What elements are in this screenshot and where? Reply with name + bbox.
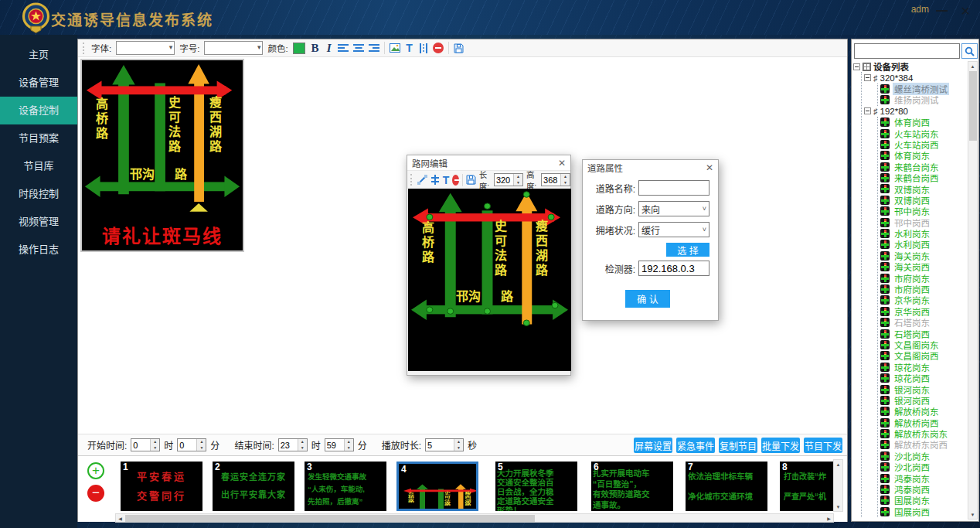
device-item[interactable]: 石塔岗西: [878, 328, 968, 339]
collapse-icon[interactable]: [864, 74, 871, 81]
tree-scrollbar[interactable]: ▲ ▼: [968, 61, 978, 519]
duration-spinner[interactable]: ▲▼: [425, 438, 464, 451]
device-item[interactable]: 文昌阁岗东: [878, 339, 968, 350]
device-item[interactable]: 鸿泰岗东: [878, 472, 968, 483]
road-editor-canvas[interactable]: 高桥路 史可法路 瘦西湖路 邗沟 路: [408, 189, 571, 371]
scroll-up-icon[interactable]: ▲: [834, 460, 842, 468]
sidebar-item-home[interactable]: 主页: [0, 41, 77, 69]
spin-up-icon[interactable]: ▲: [197, 439, 206, 445]
batch-send-button[interactable]: 批量下发: [761, 438, 800, 453]
congestion-select[interactable]: 缓行 ˅: [638, 222, 709, 237]
scroll-up-icon[interactable]: ▲: [968, 62, 977, 70]
scroll-right-icon[interactable]: ▶: [825, 514, 833, 522]
select-detector-button[interactable]: 选 择: [666, 243, 709, 257]
device-item[interactable]: 体育岗西: [878, 117, 968, 128]
start-minute-input[interactable]: [178, 439, 196, 451]
device-item[interactable]: 京华岗西: [878, 306, 968, 317]
copy-program-button[interactable]: 复制节目: [719, 438, 757, 453]
device-group[interactable]: ♯192*80: [862, 106, 968, 117]
device-item[interactable]: 沙北岗西: [878, 462, 968, 472]
align-left-icon[interactable]: [338, 43, 349, 53]
device-item[interactable]: 海关岗东: [878, 250, 968, 261]
sidebar-item-program-library[interactable]: 节目库: [0, 152, 77, 180]
road-name-input[interactable]: [638, 180, 709, 196]
playlist-item[interactable]: 7 依法治理非标车辆 净化城市交通环境: [686, 462, 767, 511]
italic-button[interactable]: I: [325, 42, 333, 55]
road-tool-icon[interactable]: [419, 43, 428, 53]
spin-down-icon[interactable]: ▼: [298, 445, 307, 451]
height-spinner[interactable]: ▲▼: [541, 173, 570, 186]
scrollbar-thumb[interactable]: [125, 515, 535, 522]
sign-preview-canvas[interactable]: 高桥路 史可法路 瘦西湖路 邗沟 路 请礼让斑马线: [80, 59, 244, 252]
logged-in-user[interactable]: adm: [911, 4, 929, 15]
sidebar-item-device-management[interactable]: 设备管理: [0, 69, 77, 97]
device-item[interactable]: 市府岗东: [878, 272, 968, 283]
device-item[interactable]: 沙北岗东: [878, 451, 968, 462]
align-right-icon[interactable]: [369, 43, 379, 53]
playlist-item[interactable]: 6 扎实开展电动车 “百日整治”， 有效预防道路交 通事故。: [591, 462, 673, 511]
device-item[interactable]: 国展岗西: [878, 506, 968, 517]
device-item[interactable]: 银河岗东: [878, 383, 968, 394]
device-item[interactable]: 来鹤台岗东: [878, 162, 968, 172]
minimize-icon[interactable]: [936, 10, 948, 12]
device-item[interactable]: 鸿泰岗西: [878, 484, 968, 495]
spin-down-icon[interactable]: ▼: [345, 445, 353, 451]
delete-tool-icon[interactable]: [452, 175, 459, 186]
sidebar-item-time-control[interactable]: 时段控制: [0, 180, 77, 208]
device-item[interactable]: 解放桥岗东: [878, 406, 968, 417]
text-tool-icon[interactable]: T: [443, 174, 450, 186]
collapse-icon[interactable]: [853, 63, 860, 70]
scroll-left-icon[interactable]: ◀: [116, 514, 124, 522]
program-send-button[interactable]: 节目下发: [804, 438, 842, 453]
road-tool-icon[interactable]: [430, 175, 440, 185]
font-size-select[interactable]: ▾: [204, 41, 263, 55]
device-item[interactable]: 水利岗东: [878, 228, 968, 239]
sidebar-item-video-management[interactable]: 视频管理: [0, 208, 77, 236]
spin-down-icon[interactable]: ▼: [197, 445, 206, 451]
device-item[interactable]: 维扬岗测试: [878, 94, 968, 105]
close-icon[interactable]: ✕: [706, 162, 713, 173]
device-item[interactable]: 京华岗东: [878, 295, 968, 305]
device-item[interactable]: 解放桥东岗西: [878, 439, 968, 450]
remove-program-button[interactable]: −: [87, 485, 104, 502]
device-search-input[interactable]: [854, 43, 960, 59]
device-item[interactable]: 来鹤台岗西: [878, 172, 968, 183]
scroll-down-icon[interactable]: ▼: [834, 502, 842, 511]
playlist-horizontal-scrollbar[interactable]: ◀ ▶: [115, 513, 834, 523]
device-item[interactable]: 解放桥岗西: [878, 417, 968, 428]
playlist-vertical-scrollbar[interactable]: ▲ ▼: [833, 459, 843, 512]
device-item[interactable]: 琼花岗西: [878, 373, 968, 383]
line-tool-icon[interactable]: [417, 175, 427, 185]
playlist-item[interactable]: 3 发生轻微交通事故 “人未伤，车能动, 先拍照，后撤离”: [305, 462, 386, 511]
playlist-item[interactable]: 5 大力开展秋冬季 交通安全整治百 日会战，全力稳 定道路交通安全 形势！: [495, 462, 577, 511]
bold-button[interactable]: B: [310, 42, 321, 55]
scroll-down-icon[interactable]: ▼: [968, 510, 977, 519]
start-hour-input[interactable]: [131, 439, 150, 451]
spin-up-icon[interactable]: ▲: [454, 439, 463, 445]
close-icon[interactable]: ✕: [961, 4, 971, 19]
image-tool-icon[interactable]: [390, 43, 400, 53]
device-item[interactable]: 邗中岗西: [878, 216, 968, 227]
save-icon[interactable]: [466, 175, 476, 185]
collapse-icon[interactable]: [864, 107, 871, 114]
emergency-event-button[interactable]: 紧急事件: [676, 438, 715, 453]
height-input[interactable]: [542, 174, 560, 186]
save-icon[interactable]: [454, 43, 464, 53]
spin-up-icon[interactable]: ▲: [345, 439, 353, 445]
device-item[interactable]: 体育岗东: [878, 150, 968, 161]
spin-down-icon[interactable]: ▼: [151, 445, 159, 451]
end-hour-input[interactable]: [279, 439, 298, 451]
delete-tool-icon[interactable]: [433, 43, 444, 53]
device-item[interactable]: 琼花岗东: [878, 362, 968, 373]
device-item[interactable]: 火车站岗东: [878, 128, 968, 138]
add-program-button[interactable]: +: [87, 462, 104, 479]
device-group[interactable]: ♯320*384: [862, 72, 968, 83]
length-input[interactable]: [495, 174, 513, 186]
end-hour-spinner[interactable]: ▲▼: [278, 438, 308, 451]
device-item[interactable]: 螺丝湾桥测试: [878, 83, 968, 94]
sidebar-item-device-control[interactable]: 设备控制: [0, 97, 77, 124]
color-swatch[interactable]: [293, 43, 305, 54]
spin-down-icon[interactable]: ▼: [454, 445, 463, 451]
detector-input[interactable]: [638, 261, 709, 276]
scrollbar-thumb[interactable]: [969, 71, 977, 141]
